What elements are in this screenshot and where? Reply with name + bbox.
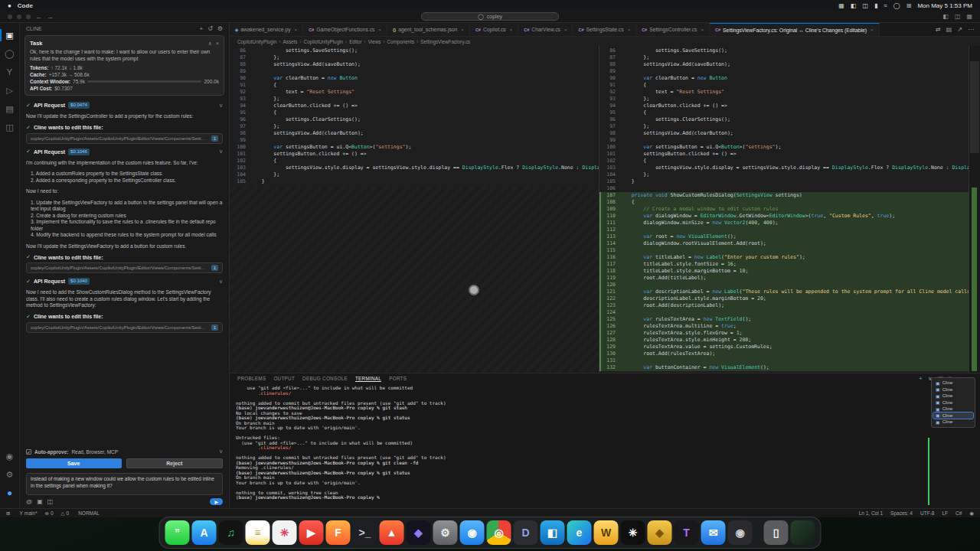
menubar-status-icon[interactable]: ≈ bbox=[884, 2, 887, 9]
layout-toggle-icon[interactable]: ◧ bbox=[942, 13, 949, 20]
collapse-icon[interactable]: ∧ bbox=[208, 41, 212, 47]
dock-app-icon[interactable]: D bbox=[514, 520, 538, 545]
chevron-down-icon[interactable]: ∨ bbox=[219, 148, 223, 155]
window-zoom-button[interactable] bbox=[26, 15, 31, 19]
editor-tab[interactable]: C# CharView.cs × bbox=[518, 23, 573, 36]
panel-tab[interactable]: TERMINAL bbox=[355, 376, 381, 382]
activity-bar-icon[interactable]: Y bbox=[2, 64, 18, 80]
status-bar-item[interactable]: C# bbox=[956, 510, 962, 516]
terminal-list-item[interactable]: ▣ Cline bbox=[933, 419, 973, 425]
close-tab-icon[interactable]: × bbox=[701, 28, 704, 32]
nav-back-icon[interactable]: ← bbox=[35, 13, 42, 21]
terminal-list-item[interactable]: ▣ Cline bbox=[933, 380, 973, 386]
nav-forward-icon[interactable]: → bbox=[47, 13, 54, 21]
api-request-row[interactable]: ✓ API Request $0.0474 ∨ bbox=[26, 102, 223, 109]
diff-editor[interactable]: 86 settings.SaveSettings(); 87 }; 88 set… bbox=[230, 46, 980, 373]
file-edit-block[interactable]: ✓ Cline wants to edit this file: copley/… bbox=[26, 125, 223, 144]
menubar-app-name[interactable]: Code bbox=[18, 2, 33, 9]
save-button[interactable]: Save bbox=[26, 458, 122, 468]
editor-tab[interactable]: ◆ awakened_service.py × bbox=[230, 23, 303, 36]
editor-tab[interactable]: C# SettingsController.cs × bbox=[636, 23, 710, 36]
auto-approve-row[interactable]: ✓ Auto-approve: Read, Browser, MCP ∨ bbox=[20, 446, 229, 457]
close-tab-icon[interactable]: × bbox=[378, 28, 381, 32]
dock-app-icon[interactable]: ≡ bbox=[246, 520, 270, 545]
chat-toolbar-icon[interactable]: ◫ bbox=[47, 498, 54, 505]
panel-tab[interactable]: PORTS bbox=[389, 376, 407, 382]
breadcrumb-item[interactable]: Editor bbox=[349, 39, 366, 44]
dock-app-icon[interactable]: ◆ bbox=[407, 520, 431, 545]
activity-bar-icon[interactable]: ◯ bbox=[2, 46, 18, 61]
edited-file-chip[interactable]: copley/CopilotUnityPlugin/Assets/Copilot… bbox=[26, 322, 223, 333]
chat-toolbar-icon[interactable]: @ bbox=[26, 498, 32, 505]
chevron-down-icon[interactable]: ∨ bbox=[219, 448, 223, 455]
terminal-list[interactable]: ▣ Cline ▣ Cline ▣ Cline ▣ Cline ▣ Cline bbox=[931, 377, 975, 428]
chevron-down-icon[interactable]: ∨ bbox=[219, 279, 223, 285]
terminal-list-item[interactable]: ▣ Cline bbox=[933, 386, 973, 393]
dock-app-icon[interactable]: T bbox=[675, 520, 699, 545]
dock-app-icon[interactable]: W bbox=[594, 520, 619, 545]
editor-action-icon[interactable]: ⇄ bbox=[936, 26, 941, 33]
menubar-status-icon[interactable]: ▮ bbox=[874, 2, 877, 9]
activity-bar-icon[interactable]: ▷ bbox=[2, 83, 18, 98]
dock-app-icon[interactable]: ◎ bbox=[487, 520, 511, 545]
terminal-list-item[interactable]: ▣ Cline bbox=[933, 399, 973, 406]
menubar-status-icon[interactable]: ◯ bbox=[893, 2, 900, 9]
reject-button[interactable]: Reject bbox=[126, 458, 224, 468]
dock-app-icon[interactable]: ✳ bbox=[621, 520, 645, 545]
editor-action-icon[interactable]: ▤ bbox=[946, 26, 952, 33]
overview-ruler[interactable] bbox=[969, 46, 980, 373]
editor-tab[interactable]: {} agent_tool_schemas.json × bbox=[387, 23, 470, 36]
dock-app-icon[interactable]: ◧ bbox=[541, 520, 565, 545]
command-center[interactable]: ◯ copley bbox=[421, 12, 559, 21]
breadcrumb-item[interactable]: CopilotUnityPlugin bbox=[237, 39, 281, 44]
auto-approve-checkbox[interactable]: ✓ bbox=[26, 449, 31, 455]
dock-app-icon[interactable]: A bbox=[192, 520, 217, 545]
terminal-list-item[interactable]: ▣ Cline bbox=[933, 406, 973, 412]
menubar-status-icon[interactable]: ◫ bbox=[862, 2, 868, 9]
close-icon[interactable]: × bbox=[216, 41, 219, 47]
dock-app-icon[interactable]: e bbox=[567, 520, 592, 545]
close-tab-icon[interactable]: × bbox=[564, 28, 567, 32]
sidebar-header-icon[interactable]: ⚙ bbox=[217, 25, 223, 32]
dock-app-icon[interactable]: ◉ bbox=[728, 520, 753, 545]
status-bar-item[interactable]: Y main* bbox=[19, 510, 37, 517]
file-edit-block[interactable]: ✓ Cline wants to edit this file: copley/… bbox=[26, 254, 223, 273]
dock-app-icon[interactable]: >_ bbox=[353, 520, 377, 545]
dock-app-icon[interactable]: ▯ bbox=[764, 520, 789, 545]
dock-app-icon[interactable]: ◈ bbox=[648, 520, 672, 545]
breadcrumb-item[interactable]: CopilotUnityPlugin bbox=[304, 39, 348, 44]
dock-app-icon[interactable]: ✳ bbox=[273, 520, 297, 545]
scrollbar-handle[interactable] bbox=[970, 61, 979, 153]
window-close-button[interactable] bbox=[8, 15, 12, 19]
status-bar-item[interactable]: △ 0 bbox=[61, 510, 70, 517]
window-minimize-button[interactable] bbox=[17, 15, 21, 19]
panel-tab[interactable]: DEBUG CONSOLE bbox=[302, 376, 348, 382]
editor-action-icon[interactable]: ⋯ bbox=[968, 26, 974, 33]
activity-bar-bottom-icon[interactable]: ◉ bbox=[2, 448, 18, 464]
menubar-clock[interactable]: Mon May 5 1:53 PM bbox=[917, 2, 972, 9]
layout-toggle-icon[interactable]: ▦ bbox=[966, 13, 972, 20]
status-bar-item[interactable]: ⊞ bbox=[6, 510, 11, 517]
send-button[interactable]: ▶ bbox=[210, 498, 223, 505]
activity-bar-icon[interactable]: ▣ bbox=[2, 28, 18, 43]
editor-tab[interactable]: C# Copilot.cs × bbox=[470, 23, 518, 36]
sidebar-header-icon[interactable]: + bbox=[199, 25, 203, 32]
terminal-list-item[interactable]: ▣ Cline bbox=[933, 393, 973, 399]
editor-tab[interactable]: C# SettingsViewFactory.cs: Original ↔ Cl… bbox=[710, 23, 880, 36]
dock-app-icon[interactable]: F bbox=[326, 520, 351, 545]
dock-app-icon[interactable]: ✉ bbox=[701, 520, 726, 545]
breadcrumb-item[interactable]: Components bbox=[387, 39, 419, 44]
breadcrumb-item[interactable]: Assets bbox=[283, 39, 302, 44]
dock-app-icon[interactable]: ◉ bbox=[460, 520, 485, 545]
menubar-status-icon[interactable]: ◧ bbox=[851, 2, 857, 9]
sidebar-header-icon[interactable]: ↺ bbox=[207, 25, 213, 32]
status-bar-item[interactable]: Spaces: 4 bbox=[890, 510, 913, 516]
terminal-output[interactable]: use "git add <file>..." to include in wh… bbox=[230, 383, 980, 508]
edited-file-chip[interactable]: copley/CopilotUnityPlugin/Assets/Copilot… bbox=[26, 262, 223, 273]
dock-app-icon[interactable]: ⚙ bbox=[433, 520, 458, 545]
dock-app-icon[interactable]: ♫ bbox=[219, 520, 243, 545]
chat-input[interactable]: instead of making a new window could we … bbox=[31, 476, 218, 491]
activity-bar-icon[interactable]: ◫ bbox=[2, 119, 18, 135]
menubar-status-icon[interactable]: ▦ bbox=[838, 2, 844, 9]
close-tab-icon[interactable]: × bbox=[461, 28, 464, 32]
